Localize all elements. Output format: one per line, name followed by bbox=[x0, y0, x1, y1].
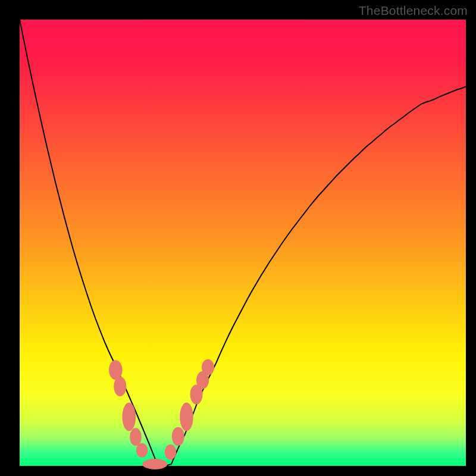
bottleneck-curve bbox=[20, 20, 466, 466]
blob-left-2 bbox=[114, 377, 126, 396]
watermark-text: TheBottleneck.com bbox=[359, 4, 468, 18]
outer-frame: TheBottleneck.com bbox=[0, 0, 476, 476]
chart-svg bbox=[20, 20, 466, 466]
blob-bottom bbox=[142, 459, 167, 469]
blob-left-5 bbox=[136, 443, 148, 458]
blob-left-4 bbox=[130, 428, 142, 446]
blob-right-6 bbox=[202, 359, 214, 375]
marker-group bbox=[109, 359, 214, 469]
blob-right-2 bbox=[172, 427, 184, 446]
blob-right-1 bbox=[165, 444, 177, 460]
plot-area bbox=[20, 20, 466, 466]
blob-left-3 bbox=[123, 403, 136, 431]
blob-right-3 bbox=[180, 403, 193, 431]
